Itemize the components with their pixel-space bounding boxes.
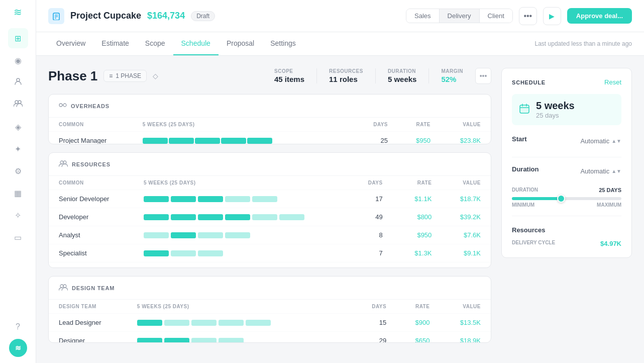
res-name: Specialist — [49, 244, 134, 262]
tab-proposal[interactable]: Proposal — [219, 32, 262, 55]
gantt-bar-light — [171, 250, 196, 256]
overhead-gantt — [133, 132, 355, 145]
tab-settings[interactable]: Settings — [262, 32, 304, 55]
design-team-title: DESIGN TEAM — [72, 285, 115, 291]
delivery-tab-btn[interactable]: Delivery — [440, 9, 480, 23]
project-price: $164,734 — [147, 11, 185, 21]
duration-stat-value: 5 weeks — [388, 75, 417, 83]
dt-gantt — [127, 332, 353, 343]
sidebar-item-group[interactable] — [8, 95, 28, 115]
sidebar-item-grid[interactable]: ⊞ — [8, 28, 28, 48]
common-col-header: COMMON — [49, 118, 133, 132]
res-value: $7.35K — [442, 262, 491, 268]
tab-schedule[interactable]: Schedule — [173, 32, 219, 55]
main-content: Project Cupcake $164,734 Draft Sales Del… — [36, 0, 644, 363]
schedule-duration-box: 5 weeks 25 days — [512, 94, 621, 125]
table-row: Lead Designer 15 — [49, 314, 491, 332]
gantt-bar-light — [198, 250, 223, 256]
dt-days: 29 — [353, 332, 396, 343]
sidebar-item-cube[interactable]: ◈ — [8, 117, 28, 137]
sidebar-item-settings[interactable]: ⚙ — [8, 161, 28, 181]
sales-tab-btn[interactable]: Sales — [406, 9, 440, 23]
resources-header: RESOURCES — [49, 153, 491, 175]
start-field: Start Automatic ▲▼ — [512, 135, 621, 147]
client-tab-btn[interactable]: Client — [480, 9, 512, 23]
sidebar-item-binoculars[interactable]: ◉ — [8, 50, 28, 70]
gantt-bar — [171, 232, 196, 238]
gantt-bar-light — [191, 338, 217, 343]
overheads-section: OVERHEADS COMMON 5 WEEKS (25 DAYS) DAYS … — [48, 94, 491, 144]
stat-divider-2 — [375, 68, 376, 83]
duration-chevron-icon: ▲▼ — [611, 168, 621, 174]
res-value: $39.2K — [442, 208, 491, 226]
gantt-bar-light — [191, 320, 217, 326]
dt-value: $18.9K — [440, 332, 491, 343]
res-weeks-col-header: 5 WEEKS (25 DAYS) — [134, 176, 351, 190]
settings-icon: ⚙ — [15, 166, 22, 176]
duration-value[interactable]: Automatic ▲▼ — [580, 167, 621, 175]
res-value: $7.6K — [442, 226, 491, 244]
res-common-col-header: COMMON — [49, 176, 134, 190]
table-row: Designer 29 $650 $ — [49, 332, 491, 343]
sidebar-item-magic[interactable]: ✦ — [8, 139, 28, 159]
gantt-bar-light — [219, 338, 244, 343]
gantt-bar — [221, 138, 246, 144]
res-name: Analyst — [49, 226, 134, 244]
sidebar: ≋ ⊞ ◉ ◈ ✦ ⚙ ▦ ✧ ▭ ? ≋ — [0, 0, 36, 363]
grid-icon: ⊞ — [15, 34, 21, 43]
schedule-reset-button[interactable]: Reset — [604, 78, 621, 86]
table-row: Consultant 7 $1.05K $7.35K — [49, 262, 491, 268]
svg-point-8 — [63, 104, 66, 107]
stat-divider-1 — [316, 68, 317, 83]
slider-days-row: DURATION 25 DAYS — [512, 187, 621, 193]
phase-diamond-icon[interactable]: ◇ — [153, 72, 158, 80]
slider-max-label: MAXIMUM — [597, 202, 621, 208]
svg-point-9 — [60, 161, 63, 164]
gantt-bar-light — [219, 320, 244, 326]
sidebar-logo: ≋ — [14, 6, 22, 18]
res-rate: $1.3K — [393, 244, 442, 262]
phase-tag-label: 1 PHASE — [116, 72, 141, 79]
dt-rate-col-header: RATE — [396, 300, 440, 314]
more-options-button[interactable]: ••• — [519, 7, 537, 25]
sidebar-item-building[interactable]: ▦ — [8, 183, 28, 203]
phase-tag[interactable]: ≡ 1 PHASE — [103, 70, 147, 82]
gantt-bar — [225, 214, 250, 220]
avatar[interactable]: ≋ — [9, 339, 27, 357]
schedule-divider-1 — [512, 157, 621, 157]
sidebar-item-wand[interactable]: ✧ — [8, 205, 28, 225]
start-value[interactable]: Automatic ▲▼ — [580, 137, 621, 145]
res-days: 8 — [351, 226, 393, 244]
tab-estimate[interactable]: Estimate — [93, 32, 137, 55]
res-value-col-header: VALUE — [442, 176, 491, 190]
tab-overview[interactable]: Overview — [48, 32, 93, 55]
phase-more-button[interactable]: ••• — [475, 68, 491, 84]
svg-rect-13 — [520, 105, 529, 113]
slider-thumb[interactable] — [557, 195, 565, 203]
duration-slider-track[interactable] — [512, 197, 621, 200]
res-days: 49 — [351, 208, 393, 226]
approve-deal-button[interactable]: Approve deal... — [567, 8, 632, 24]
overheads-header: OVERHEADS — [49, 95, 491, 117]
project-title: Project Cupcake — [70, 11, 141, 21]
start-chevron-icon: ▲▼ — [611, 138, 621, 144]
left-panel: Phase 1 ≡ 1 PHASE ◇ SCOPE 45 items RESOU… — [48, 68, 491, 351]
scope-value: 45 items — [274, 75, 304, 83]
slider-fill — [512, 197, 561, 200]
duration-field: Duration Automatic ▲▼ — [512, 165, 621, 177]
schedule-card: SCHEDULE Reset 5 weeks 25 days Start — [501, 68, 632, 258]
sidebar-item-help[interactable]: ? — [8, 317, 28, 337]
tab-scope[interactable]: Scope — [137, 32, 173, 55]
play-button[interactable]: ▶ — [543, 7, 561, 25]
gantt-bar — [164, 338, 189, 343]
dt-days-col-header: DAYS — [353, 300, 396, 314]
res-gantt — [134, 244, 351, 262]
sidebar-item-monitor[interactable]: ▭ — [8, 227, 28, 247]
table-row: Developer — [49, 208, 491, 226]
sidebar-item-person[interactable] — [8, 72, 28, 93]
gantt-bar — [144, 250, 169, 256]
resources-panel-title: Resources — [512, 226, 621, 234]
res-name: Consultant — [49, 262, 134, 268]
dt-team-col-header: DESIGN TEAM — [49, 300, 127, 314]
res-gantt — [134, 208, 351, 226]
